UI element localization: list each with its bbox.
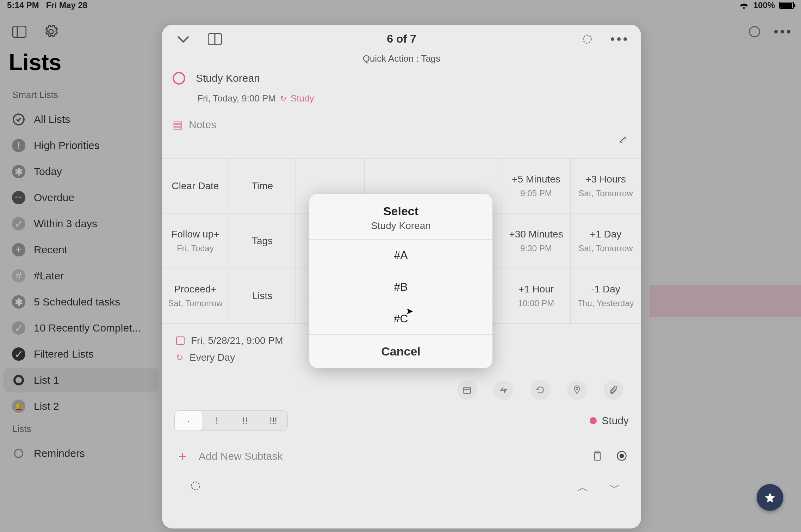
grid-plus-30-min[interactable]: +30 Minutes9:30 PM (502, 214, 571, 268)
grid-plus-1-hour[interactable]: +1 Hour10:00 PM (502, 268, 571, 323)
plus-icon: ＋ (176, 447, 189, 465)
status-date: Fri May 28 (46, 0, 87, 10)
grid-plus-1-day[interactable]: +1 DaySat, Tomorrow (571, 214, 641, 268)
priority-low[interactable]: ! (203, 411, 231, 431)
exclamation-circle-icon: ! (12, 139, 25, 152)
sidebar-item-label: Within 3 days (34, 218, 97, 230)
attachment-button-icon[interactable] (604, 380, 623, 400)
grid-follow-up[interactable]: Follow up+Fri, Today (162, 214, 229, 268)
notes-label: Notes (189, 119, 216, 131)
battery-icon (779, 2, 794, 9)
quick-action-label: Quick Action : Tags (162, 53, 641, 69)
task-complete-toggle[interactable] (173, 72, 185, 85)
task-list-label: Study (291, 93, 314, 104)
check-circle-icon (12, 113, 25, 126)
sidebar-item-label: #Later (34, 270, 64, 282)
sidebar-item-recently-completed[interactable]: ✓ 10 Recently Complet... (4, 316, 159, 340)
star-circle-icon: ✱ (12, 165, 25, 178)
task-full-date[interactable]: Fri, 5/28/21, 9:00 PM (191, 335, 283, 346)
sidebar-item-recent[interactable]: + Recent (4, 237, 159, 262)
repeat-button-icon[interactable] (530, 380, 550, 400)
priority-med[interactable]: !! (231, 411, 259, 431)
alert-button-icon[interactable] (494, 380, 514, 400)
task-counter: 6 of 7 (247, 32, 557, 45)
sidebar-item-high-priorities[interactable]: ! High Priorities (4, 133, 159, 158)
repeat-icon: ↻ (280, 94, 286, 103)
list-color-dot-icon (590, 417, 597, 424)
repeat-icon: ↻ (176, 353, 183, 363)
clipboard-icon[interactable] (592, 451, 602, 462)
task-title[interactable]: Study Korean (196, 72, 260, 84)
list-chip-label: Study (602, 415, 629, 427)
grid-plus-5-min[interactable]: +5 Minutes9:05 PM (502, 159, 571, 214)
nav-arrows: ︿ ﹀ (162, 474, 641, 501)
dialog-option-a[interactable]: #A (309, 240, 492, 271)
overdue-icon: 〰 (12, 191, 25, 204)
calendar-button-icon[interactable] (457, 380, 477, 400)
sidebar-toggle-icon[interactable] (11, 23, 28, 41)
panel-layout-icon[interactable] (208, 33, 222, 45)
sidebar-item-filtered-lists[interactable]: ✓ Filtered Lists (4, 342, 159, 366)
sync-status-icon[interactable] (749, 26, 760, 37)
bell-circle-icon: 🔔 (12, 400, 25, 413)
record-icon[interactable] (616, 451, 627, 462)
calendar-icon (176, 336, 185, 345)
notes-field[interactable]: ▤ Notes ⤢ (162, 112, 641, 137)
check-dark-icon: ✓ (12, 347, 25, 361)
chevron-down-icon[interactable] (176, 34, 190, 44)
sidebar-item-list-1[interactable]: List 1 (4, 368, 159, 392)
dialog-option-c[interactable]: #C (309, 303, 492, 335)
select-tag-dialog: Select Study Korean #A #B #C Cancel (309, 194, 492, 368)
sidebar-item-overdue[interactable]: 〰 Overdue (4, 185, 159, 210)
svg-rect-6 (464, 387, 471, 393)
sidebar-item-today[interactable]: ✱ Today (4, 159, 159, 184)
priority-none[interactable]: · (175, 411, 203, 431)
fab-star-button[interactable] (757, 484, 783, 511)
grid-time[interactable]: Time (229, 159, 296, 214)
repeat-label[interactable]: Every Day (190, 352, 235, 363)
prev-task-icon[interactable]: ︿ (578, 481, 588, 495)
sidebar-item-scheduled[interactable]: ✱ 5 Scheduled tasks (4, 290, 159, 314)
settings-gear-icon[interactable] (42, 23, 60, 41)
grid-clear-date[interactable]: Clear Date (162, 159, 229, 214)
grid-tags[interactable]: Tags (229, 214, 296, 268)
add-subtask-row[interactable]: ＋ Add New Subtask (162, 438, 641, 474)
grid-plus-3-hours[interactable]: +3 HoursSat, Tomorrow (571, 159, 641, 214)
list-chip[interactable]: Study (590, 415, 629, 427)
sidebar-item-list-2[interactable]: 🔔 List 2 (4, 394, 159, 419)
task-meta: Fri, Today, 9:00 PM ↻ Study (162, 91, 641, 112)
ring-icon (12, 373, 25, 387)
target-icon[interactable] (581, 33, 593, 45)
dialog-cancel[interactable]: Cancel (309, 335, 492, 368)
priority-segmented[interactable]: · ! !! !!! (174, 410, 288, 431)
priority-high[interactable]: !!! (259, 411, 287, 431)
sidebar-item-label: 10 Recently Complet... (34, 322, 141, 334)
sidebar-item-label: List 2 (34, 400, 59, 412)
next-task-icon[interactable]: ﹀ (609, 481, 620, 495)
attribute-toolbar (162, 370, 641, 403)
notes-icon: ▤ (173, 118, 182, 131)
page-title: Lists (4, 46, 159, 86)
sidebar-user-list-reminders[interactable]: Reminders (4, 441, 159, 466)
grid-lists[interactable]: Lists (229, 268, 296, 323)
dialog-option-b[interactable]: #B (309, 271, 492, 303)
expand-icon[interactable]: ⤢ (618, 133, 627, 146)
section-smart-lists: Smart Lists (4, 86, 159, 106)
location-button-icon[interactable] (567, 380, 587, 400)
check-filled-icon: ✓ (12, 217, 25, 230)
sidebar-item-later[interactable]: # #Later (4, 264, 159, 288)
dialog-title: Select (316, 204, 485, 218)
more-menu-icon[interactable] (611, 37, 627, 41)
grid-minus-1-day[interactable]: -1 DayThu, Yesterday (571, 268, 641, 323)
svg-point-8 (576, 388, 578, 390)
dot-outline-icon (12, 447, 25, 460)
more-menu-icon[interactable] (774, 30, 790, 33)
sidebar-item-all-lists[interactable]: All Lists (4, 107, 159, 132)
sync-small-icon[interactable] (190, 481, 201, 495)
wifi-icon (739, 1, 749, 9)
sidebar-item-within-3-days[interactable]: ✓ Within 3 days (4, 211, 159, 236)
add-subtask-label: Add New Subtask (199, 450, 282, 462)
sidebar: Lists Smart Lists All Lists ! High Prior… (4, 46, 159, 532)
grid-proceed[interactable]: Proceed+Sat, Tomorrow (162, 268, 229, 323)
svg-point-12 (620, 453, 624, 458)
